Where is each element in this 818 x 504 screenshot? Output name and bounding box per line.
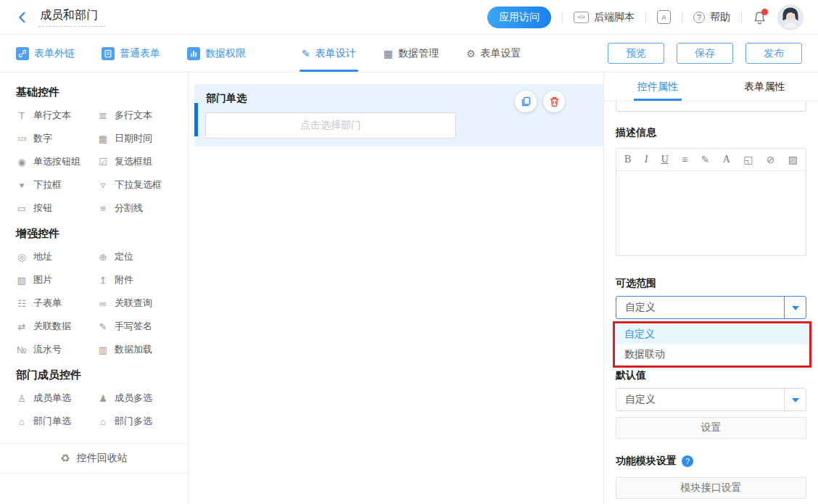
address-book-icon: A [657, 10, 671, 24]
help-label: 帮助 [710, 11, 730, 24]
chevron-down-icon[interactable] [784, 297, 806, 318]
widget-linked-data[interactable]: ⇄关联数据 [16, 315, 97, 338]
field-label: 部门单选 [206, 92, 247, 105]
widget-geolocation[interactable]: ⊕定位 [97, 245, 188, 268]
notification-dot [761, 9, 768, 15]
widget-number[interactable]: 123数字 [16, 127, 97, 150]
rich-text-toolbar: B I U ≡ ✎ A ◱ ⊘ ▨ [616, 149, 806, 171]
clipped-input-field[interactable] [616, 102, 806, 112]
widget-linked-query[interactable]: ∞关联查询 [97, 292, 188, 315]
department-picker-input[interactable]: 点击选择部门 [205, 112, 456, 139]
data-management-icon: ▦ [384, 48, 393, 59]
form-settings-icon: ⚙ [466, 48, 476, 59]
widget-signature[interactable]: ✎手写签名 [97, 315, 188, 338]
preview-button[interactable]: 预览 [608, 43, 664, 64]
default-value-settings-button[interactable]: 设置 [616, 417, 806, 439]
widget-recycle-bin[interactable]: ♻ 控件回收站 [0, 443, 188, 474]
widget-checkbox-group[interactable]: ☑复选框组 [97, 150, 188, 173]
widget-datetime[interactable]: ▦日期时间 [97, 127, 188, 150]
dropdown-icon: ▾ [16, 180, 28, 191]
pencil-icon[interactable]: ✎ [701, 154, 710, 165]
copy-icon[interactable]: ◱ [743, 154, 753, 165]
widget-dropdown[interactable]: ▾下拉框 [16, 173, 97, 197]
widget-address[interactable]: ◎地址 [16, 245, 97, 268]
code-icon: </> [574, 12, 589, 23]
image-icon[interactable]: ▨ [788, 154, 798, 165]
tab-data-management[interactable]: ▦ 数据管理 [384, 35, 439, 72]
radio-icon: ◉ [16, 157, 28, 168]
publish-button[interactable]: 发布 [745, 43, 802, 64]
divider-icon: ≡ [97, 203, 109, 214]
app-header: 成员和部门 应用访问 </> 后端脚本 A ? 帮助 [0, 0, 818, 35]
section-title-enhanced: 增强控件 [16, 227, 188, 241]
tab-data-permission[interactable]: 数据权限 [187, 47, 246, 60]
person-icon: ♙ [16, 393, 28, 404]
linked-query-icon: ∞ [97, 298, 109, 309]
widget-data-load[interactable]: ▥数据加载 [97, 338, 188, 361]
delete-field-button[interactable] [543, 91, 565, 112]
widget-department-multi[interactable]: ⌂部门多选 [97, 410, 188, 433]
calendar-icon: ▦ [97, 133, 109, 144]
option-data-linkage[interactable]: 数据联动 [615, 344, 809, 365]
widget-divider[interactable]: ≡分割线 [97, 197, 188, 220]
widget-subform[interactable]: ☷子表单 [16, 292, 97, 315]
tab-form-properties[interactable]: 表单属性 [711, 73, 818, 101]
font-color-icon[interactable]: A [723, 154, 730, 165]
tab-label: 表单外链 [34, 47, 75, 60]
address-book-button[interactable]: A [657, 10, 671, 24]
module-api-settings-button[interactable]: 模块接口设置 [616, 477, 806, 499]
department-icon: ⌂ [16, 416, 28, 427]
recycle-icon: ♻ [60, 452, 70, 465]
option-custom[interactable]: 自定义 [615, 324, 809, 344]
widget-department-single[interactable]: ⌂部门单选 [16, 410, 97, 433]
back-button[interactable] [16, 11, 29, 24]
widget-multi-line-text[interactable]: ≣多行文本 [97, 104, 188, 127]
annotation-highlight: 自定义 数据联动 [613, 321, 811, 368]
bold-icon[interactable]: B [624, 154, 631, 165]
app-access-button[interactable]: 应用访问 [487, 7, 551, 28]
copy-field-button[interactable] [515, 91, 537, 112]
link-icon [16, 47, 29, 60]
digits-icon: 123 [16, 136, 28, 142]
departments-icon: ⌂ [97, 416, 109, 427]
widget-serial-number[interactable]: №流水号 [16, 338, 97, 361]
align-icon[interactable]: ≡ [682, 154, 687, 165]
data-load-icon: ▥ [97, 344, 109, 355]
question-circle-icon[interactable]: ? [682, 455, 693, 467]
bar-chart-icon [187, 47, 200, 60]
italic-icon[interactable]: I [645, 154, 648, 165]
widget-member-multi[interactable]: ♟成员多选 [97, 387, 188, 410]
widget-multi-dropdown[interactable]: ▿下拉复选框 [97, 173, 188, 197]
tab-widget-properties[interactable]: 控件属性 [604, 73, 711, 101]
divider [645, 12, 646, 23]
widget-button[interactable]: ▭按钮 [16, 197, 97, 220]
widget-image[interactable]: ▧图片 [16, 268, 97, 292]
description-editor-body[interactable] [616, 171, 806, 255]
tab-normal-form[interactable]: 普通表单 [102, 47, 160, 60]
widget-member-single[interactable]: ♙成员单选 [16, 387, 97, 410]
help-button[interactable]: ? 帮助 [693, 11, 730, 24]
default-value-select[interactable]: 自定义 [616, 388, 806, 411]
widget-radio-group[interactable]: ◉单选按钮组 [16, 150, 97, 173]
unlink-icon[interactable]: ⊘ [767, 154, 775, 165]
description-label: 描述信息 [616, 126, 806, 139]
optional-range-select[interactable]: 自定义 [616, 296, 806, 319]
widget-attachment[interactable]: ↥附件 [97, 268, 188, 292]
tab-form-design[interactable]: ✎ 表单设计 [302, 35, 356, 72]
tab-form-settings[interactable]: ⚙ 表单设置 [466, 35, 521, 72]
chevron-down-icon[interactable] [784, 389, 806, 410]
tab-form-external-link[interactable]: 表单外链 [16, 47, 75, 60]
save-button[interactable]: 保存 [677, 43, 733, 64]
backend-script-button[interactable]: </> 后端脚本 [574, 11, 635, 24]
underline-icon[interactable]: U [661, 154, 669, 165]
widget-single-line-text[interactable]: T单行文本 [16, 104, 97, 127]
tab-label: 表单设计 [315, 47, 356, 60]
location-pin-icon: ◎ [16, 252, 28, 263]
notification-bell-button[interactable] [753, 10, 767, 25]
serial-number-icon: № [16, 344, 28, 355]
user-avatar[interactable] [777, 4, 803, 30]
tab-label: 普通表单 [120, 47, 160, 60]
selected-field-department-single[interactable]: 部门单选 点击选择部门 [194, 84, 603, 146]
subform-icon: ☷ [16, 298, 28, 309]
optional-range-value: 自定义 [616, 297, 784, 318]
